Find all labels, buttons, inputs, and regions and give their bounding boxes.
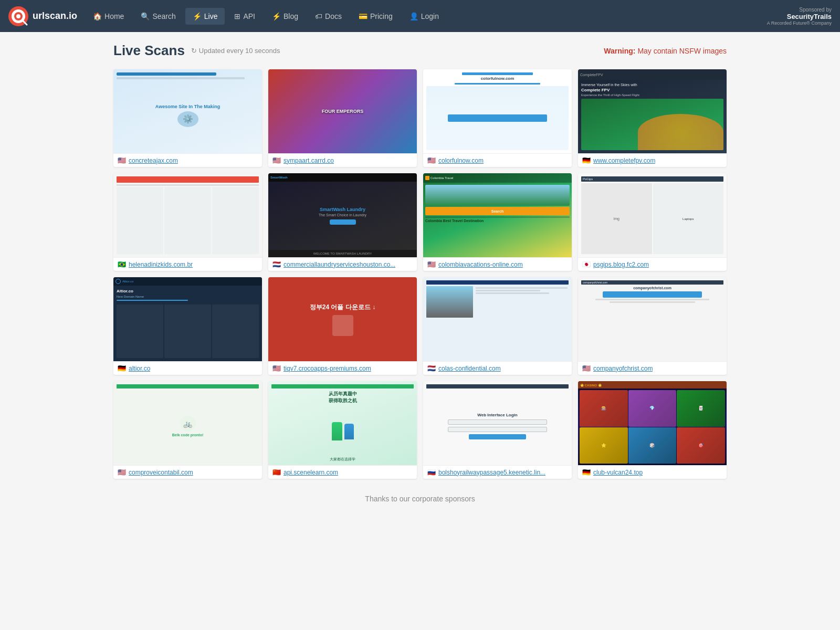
page-header: Live Scans ↻ Updated every 10 seconds Wa…: [113, 43, 727, 59]
nav-search-label: Search: [152, 12, 175, 20]
scan-url[interactable]: club-vulcan24.top: [593, 469, 643, 476]
scan-thumbnail: companyofchrist.com companyofchrist.com: [578, 277, 727, 361]
scan-footer: 🇳🇱 colas-confidential.com: [423, 361, 572, 375]
sponsor-prefix: Sponsored by: [799, 7, 832, 13]
scan-url[interactable]: comproveicontabil.com: [129, 469, 193, 476]
country-flag: 🇩🇪: [582, 156, 591, 164]
scan-url[interactable]: www.completefpv.com: [593, 157, 655, 164]
country-flag: 🇩🇪: [582, 468, 591, 476]
scan-footer: 🇺🇸 colorfulnow.com: [423, 153, 572, 167]
urlscan-logo-icon: [8, 6, 28, 26]
scan-footer: 🇯🇵 psgips.blog.fc2.com: [578, 257, 727, 271]
nav-login[interactable]: 👤 Login: [402, 8, 446, 25]
nav-api-label: API: [243, 12, 255, 20]
nav-search[interactable]: 🔍 Search: [133, 8, 183, 25]
scan-card[interactable]: SmartWash SmartWash Laundry The Smart Ch…: [268, 173, 417, 271]
scan-url[interactable]: psgips.blog.fc2.com: [593, 261, 649, 268]
country-flag: 🇯🇵: [582, 260, 591, 268]
nav-blog[interactable]: ⚡ Blog: [265, 8, 306, 25]
nav-live[interactable]: ⚡ Live: [185, 8, 225, 25]
scan-thumbnail: Web Interface Login: [423, 381, 572, 465]
scan-card[interactable]: 정부24 어플 다운로드 ↓ 🇺🇸 tiqv7.crocoapps-premiu…: [268, 277, 417, 375]
brand-logo[interactable]: urlscan.io: [8, 6, 77, 26]
scan-url[interactable]: colorfulnow.com: [438, 157, 484, 164]
live-icon: ⚡: [193, 12, 202, 20]
scan-url[interactable]: altior.co: [129, 365, 150, 372]
scan-thumbnail: Awesome Site In The Making ⚙️: [113, 69, 262, 153]
scan-card[interactable]: CompleteFPV Immerse Yourself in the Skie…: [578, 69, 727, 167]
scan-card[interactable]: Colombia Travel Search Colombia Best Tra…: [423, 173, 572, 271]
nav-api[interactable]: ⊞ API: [227, 8, 262, 25]
scan-card[interactable]: 🇳🇱 colas-confidential.com: [423, 277, 572, 375]
country-flag: 🇺🇸: [272, 156, 281, 164]
home-icon: 🏠: [93, 12, 102, 20]
scan-thumbnail: [423, 277, 572, 361]
scan-thumbnail: 从历年真题中获得取胜之机 大家都在选择学: [268, 381, 417, 465]
svg-point-3: [16, 14, 20, 18]
nav-home[interactable]: 🏠 Home: [86, 8, 131, 25]
scan-card[interactable]: companyofchrist.com companyofchrist.com …: [578, 277, 727, 375]
scan-footer: 🇧🇷 helenadinizkids.com.br: [113, 257, 262, 271]
scan-card[interactable]: 从历年真题中获得取胜之机 大家都在选择学 🇨🇳 api.scenelearn.c…: [268, 381, 417, 479]
country-flag: 🇺🇸: [272, 364, 281, 372]
nav-login-label: Login: [421, 12, 439, 20]
scan-footer: 🇨🇳 api.scenelearn.com: [268, 465, 417, 479]
scan-thumbnail: FOUR EMPERORS: [268, 69, 417, 153]
nav-pricing-label: Pricing: [370, 12, 393, 20]
scan-footer: 🇩🇪 www.completefpv.com: [578, 153, 727, 167]
country-flag: 🇺🇸: [118, 468, 126, 476]
scan-card[interactable]: Web Interface Login 🇷🇺 bolshoyrailwaypas…: [423, 381, 572, 479]
country-flag: 🇷🇺: [427, 468, 436, 476]
footer-note: Thanks to our corporate sponsors: [113, 495, 727, 513]
scan-thumbnail: colorfulnow.com: [423, 69, 572, 153]
scan-thumbnail: CompleteFPV Immerse Yourself in the Skie…: [578, 69, 727, 153]
scan-card[interactable]: PsGips img Laptops 🇯🇵 psgips.blog.fc2.co…: [578, 173, 727, 271]
nav-live-label: Live: [204, 12, 218, 20]
scan-url[interactable]: commerciallaundryserviceshouston.co...: [284, 261, 395, 268]
scan-url[interactable]: sympaart.carrd.co: [284, 157, 334, 164]
scan-card[interactable]: Altior.co Altior.co New Domain Name 🇩🇪 a…: [113, 277, 262, 375]
country-flag: 🇩🇪: [118, 364, 126, 372]
api-icon: ⊞: [234, 12, 240, 20]
scan-url[interactable]: colombiavacations-online.com: [438, 261, 523, 268]
scan-footer: 🇺🇸 comproveicontabil.com: [113, 465, 262, 479]
scan-url[interactable]: tiqv7.crocoapps-premiums.com: [284, 365, 371, 372]
pricing-icon: 💳: [359, 12, 368, 20]
search-icon: 🔍: [141, 12, 150, 20]
scan-card[interactable]: FOUR EMPERORS 🇺🇸 sympaart.carrd.co: [268, 69, 417, 167]
country-flag: 🇧🇷: [118, 260, 126, 268]
nav-docs-label: Docs: [325, 12, 342, 20]
scan-card[interactable]: colorfulnow.com 🇺🇸 colorfulnow.com: [423, 69, 572, 167]
refresh-icon: ↻: [191, 47, 197, 55]
scan-thumbnail: 정부24 어플 다운로드 ↓: [268, 277, 417, 361]
scan-thumbnail: Altior.co Altior.co New Domain Name: [113, 277, 262, 361]
nav-blog-label: Blog: [284, 12, 298, 20]
scan-footer: 🇳🇱 commerciallaundryserviceshouston.co..…: [268, 257, 417, 271]
scan-url[interactable]: concreteajax.com: [129, 157, 178, 164]
update-text: Updated every 10 seconds: [199, 47, 280, 55]
scan-card[interactable]: ⭐ CASINO ⭐ 🎰 💎 🃏 ⭐ 🎲 🎯 🇩🇪 club-vulcan24.…: [578, 381, 727, 479]
scan-url[interactable]: helenadinizkids.com.br: [129, 261, 193, 268]
scan-footer: 🇺🇸 companyofchrist.com: [578, 361, 727, 375]
warning-message: May contain NSFW images: [637, 47, 727, 55]
scan-url[interactable]: colas-confidential.com: [438, 365, 501, 372]
scan-url[interactable]: api.scenelearn.com: [284, 469, 338, 476]
country-flag: 🇺🇸: [582, 364, 591, 372]
scan-card[interactable]: Awesome Site In The Making ⚙️ 🇺🇸 concret…: [113, 69, 262, 167]
country-flag: 🇳🇱: [427, 364, 436, 372]
scan-thumbnail: Colombia Travel Search Colombia Best Tra…: [423, 173, 572, 257]
scan-card[interactable]: 🇧🇷 helenadinizkids.com.br: [113, 173, 262, 271]
scan-footer: 🇺🇸 tiqv7.crocoapps-premiums.com: [268, 361, 417, 375]
scan-url[interactable]: companyofchrist.com: [593, 365, 653, 372]
brand-name: urlscan.io: [33, 10, 77, 22]
scan-footer: 🇷🇺 bolshoyrailwaypassage5.keenetic.lin..…: [423, 465, 572, 479]
scan-card[interactable]: 🚲 Belk code pronto! 🇺🇸 comproveicontabil…: [113, 381, 262, 479]
nav-docs[interactable]: 🏷 Docs: [308, 8, 349, 25]
nav-pricing[interactable]: 💳 Pricing: [351, 8, 400, 25]
scan-url[interactable]: bolshoyrailwaypassage5.keenetic.lin...: [438, 469, 545, 476]
country-flag: 🇺🇸: [427, 260, 436, 268]
docs-icon: 🏷: [315, 12, 322, 20]
login-icon: 👤: [410, 12, 418, 20]
scan-footer: 🇺🇸 concreteajax.com: [113, 153, 262, 167]
update-badge: ↻ Updated every 10 seconds: [191, 47, 280, 55]
